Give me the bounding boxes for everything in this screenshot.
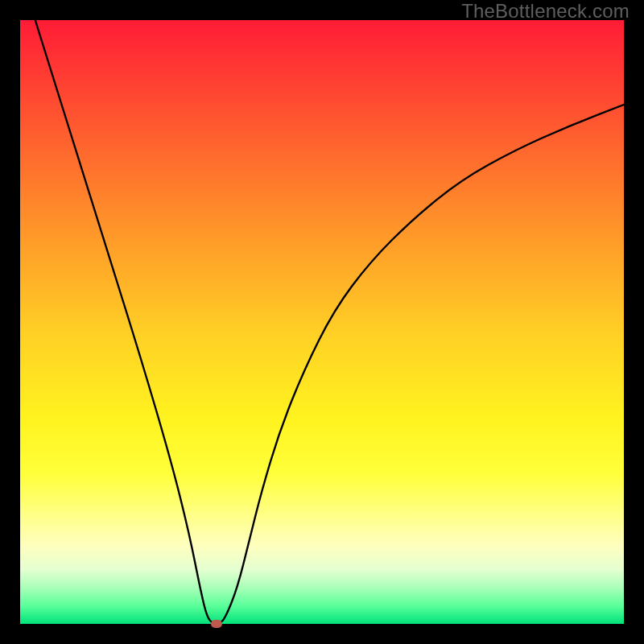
curve-svg	[20, 20, 624, 624]
optimum-marker	[211, 620, 222, 628]
watermark-text: TheBottleneck.com	[461, 0, 630, 23]
plot-area	[20, 20, 624, 624]
bottleneck-curve-path	[35, 20, 624, 624]
chart-frame: TheBottleneck.com	[0, 0, 644, 644]
